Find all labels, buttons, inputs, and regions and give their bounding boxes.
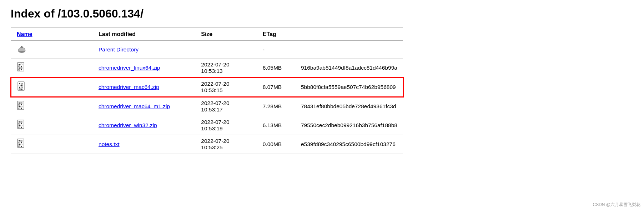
file-icon: [17, 81, 27, 91]
table-row: chromedriver_win32.zip2022-07-20 10:53:1…: [11, 116, 403, 135]
svg-rect-32: [21, 123, 22, 124]
file-modified-cell: 2022-07-20 10:53:13: [195, 59, 257, 78]
col-header-name: Name: [11, 28, 93, 41]
file-size-cell: 0.00MB: [257, 135, 295, 154]
col-header-etag: ETag: [257, 28, 295, 41]
file-link[interactable]: chromedriver_mac64.zip: [99, 84, 159, 90]
table-row: chromedriver_linux64.zip2022-07-20 10:53…: [11, 59, 403, 78]
file-modified-cell: 2022-07-20 10:53:19: [195, 116, 257, 135]
file-size-cell: 6.05MB: [257, 59, 295, 78]
file-icon-cell: [11, 135, 93, 154]
svg-rect-21: [21, 102, 22, 104]
svg-rect-25: [21, 106, 22, 107]
file-icon: [17, 101, 27, 111]
svg-rect-27: [21, 108, 22, 109]
file-name-cell: notes.txt: [93, 135, 195, 154]
svg-rect-42: [19, 144, 20, 145]
svg-rect-44: [19, 146, 20, 147]
svg-rect-5: [21, 66, 22, 67]
table-row: notes.txt2022-07-20 10:53:250.00MBe539fd…: [11, 135, 403, 154]
svg-rect-16: [21, 87, 22, 88]
svg-rect-2: [19, 64, 20, 65]
svg-rect-41: [21, 142, 22, 143]
file-link[interactable]: chromedriver_win32.zip: [99, 122, 157, 128]
svg-rect-29: [19, 121, 20, 122]
file-icon-cell: [11, 41, 93, 59]
svg-rect-30: [21, 121, 22, 122]
file-icon-cell: [11, 59, 93, 78]
svg-rect-9: [21, 69, 22, 70]
file-link[interactable]: chromedriver_linux64.zip: [99, 65, 160, 71]
svg-rect-26: [19, 108, 20, 109]
file-icon: [17, 62, 27, 72]
file-link[interactable]: Parent Directory: [99, 46, 139, 52]
file-link[interactable]: notes.txt: [99, 141, 120, 147]
parent-dir-icon: [17, 44, 27, 54]
file-size-cell: -: [257, 41, 295, 59]
svg-rect-22: [19, 104, 20, 105]
file-etag-cell: 5bb80f8cfa5559ae507c74b62b956809: [295, 78, 403, 97]
svg-rect-4: [19, 66, 20, 67]
file-listing-table: Name Last modified Size ETag Parent Dire…: [11, 28, 403, 154]
svg-rect-40: [19, 142, 20, 143]
svg-rect-12: [21, 83, 22, 84]
file-name-cell: chromedriver_mac64.zip: [93, 78, 195, 97]
page-title: Index of /103.0.5060.134/: [11, 7, 633, 20]
file-icon: [17, 120, 27, 130]
file-etag-cell: 78431ef80bbde05bde728ed49361fc3d: [295, 97, 403, 116]
file-name-cell: chromedriver_mac64_m1.zip: [93, 97, 195, 116]
file-icon: [17, 139, 27, 149]
svg-rect-14: [21, 85, 22, 86]
svg-rect-39: [21, 140, 22, 141]
svg-rect-6: [19, 68, 20, 69]
file-modified-cell: 2022-07-20 10:53:25: [195, 135, 257, 154]
file-icon-cell: [11, 78, 93, 97]
file-icon-cell: [11, 116, 93, 135]
col-header-size: Size: [195, 28, 257, 41]
table-row: chromedriver_mac64.zip2022-07-20 10:53:1…: [11, 78, 403, 97]
file-name-cell: Parent Directory: [93, 41, 195, 59]
file-modified-cell: 2022-07-20 10:53:15: [195, 78, 257, 97]
file-name-cell: chromedriver_linux64.zip: [93, 59, 195, 78]
file-etag-cell: 916ba9ab51449df8a1adcc81d446b99a: [295, 59, 403, 78]
table-header-row: Name Last modified Size ETag: [11, 28, 403, 41]
svg-rect-38: [19, 140, 20, 141]
svg-rect-23: [21, 104, 22, 105]
svg-rect-43: [21, 144, 22, 145]
svg-rect-15: [19, 87, 20, 88]
file-icon-cell: [11, 97, 93, 116]
svg-rect-11: [19, 83, 20, 84]
svg-rect-31: [19, 123, 20, 124]
svg-rect-7: [21, 68, 22, 69]
svg-rect-33: [19, 125, 20, 126]
file-size-cell: 6.13MB: [257, 116, 295, 135]
svg-rect-3: [21, 64, 22, 65]
file-size-cell: 7.28MB: [257, 97, 295, 116]
file-etag-cell: [295, 41, 403, 59]
col-header-modified: Last modified: [93, 28, 195, 41]
file-link[interactable]: chromedriver_mac64_m1.zip: [99, 103, 170, 109]
file-etag-cell: e539fd89c340295c6500bd99cf103276: [295, 135, 403, 154]
svg-rect-17: [19, 89, 20, 90]
file-modified-cell: [195, 41, 257, 59]
table-row: Parent Directory-: [11, 41, 403, 59]
svg-rect-8: [19, 69, 20, 70]
svg-rect-35: [19, 127, 20, 128]
svg-rect-20: [19, 102, 20, 104]
svg-rect-13: [19, 85, 20, 86]
svg-rect-36: [21, 127, 22, 128]
table-row: chromedriver_mac64_m1.zip2022-07-20 10:5…: [11, 97, 403, 116]
file-etag-cell: 79550cec2dbeb099216b3b756af188b8: [295, 116, 403, 135]
svg-rect-45: [21, 146, 22, 147]
svg-rect-24: [19, 106, 20, 107]
file-name-cell: chromedriver_win32.zip: [93, 116, 195, 135]
name-sort-link[interactable]: Name: [17, 31, 32, 37]
file-size-cell: 8.07MB: [257, 78, 295, 97]
svg-rect-18: [21, 89, 22, 90]
svg-rect-34: [21, 125, 22, 126]
file-modified-cell: 2022-07-20 10:53:17: [195, 97, 257, 116]
